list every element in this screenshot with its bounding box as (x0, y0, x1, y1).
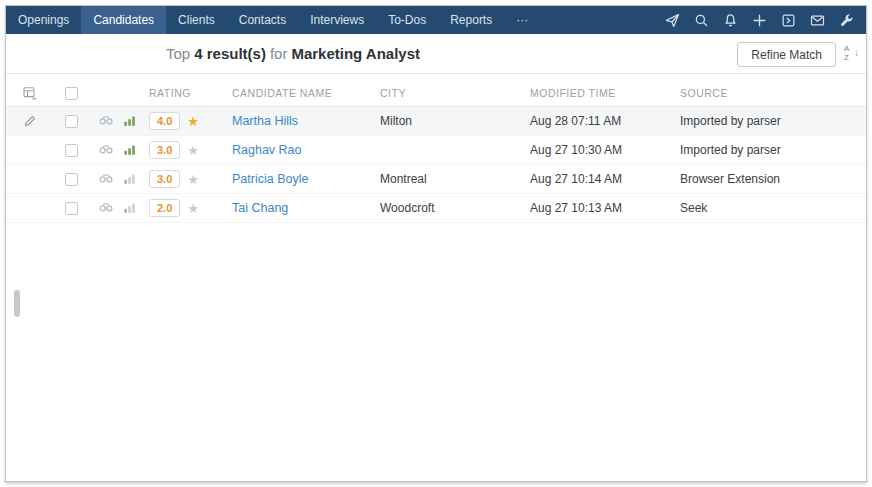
column-header-candidate-name[interactable]: CANDIDATE NAME (232, 87, 380, 99)
select-all-checkbox[interactable] (65, 87, 78, 100)
edit-pencil-icon[interactable] (23, 114, 37, 128)
nav-item-openings[interactable]: Openings (6, 6, 81, 34)
candidate-modified-time: Aug 27 10:30 AM (530, 143, 680, 157)
candidate-source: Imported by parser (680, 143, 866, 157)
candidate-city: Woodcroft (380, 201, 530, 215)
table-select-icon[interactable] (22, 85, 38, 101)
table-header-row: RATING CANDIDATE NAME CITY MODIFIED TIME… (6, 80, 866, 107)
table-row[interactable]: 3.0 Patricia Boyle Montreal Aug 27 10:14… (6, 165, 866, 194)
sort-letter-z: Z (844, 53, 849, 62)
rating-badge: 4.0 (149, 112, 180, 130)
signal-bars-icon[interactable] (123, 143, 137, 157)
app-window: Openings Candidates Clients Contacts Int… (5, 5, 867, 482)
row-checkbox[interactable] (65, 115, 78, 128)
search-icon[interactable] (694, 13, 709, 28)
candidate-modified-time: Aug 28 07:11 AM (530, 114, 680, 128)
column-header-city[interactable]: CITY (380, 87, 530, 99)
top-navigation: Openings Candidates Clients Contacts Int… (6, 6, 866, 34)
mail-icon[interactable] (810, 13, 825, 28)
nav-item-todos[interactable]: To-Dos (376, 6, 438, 34)
candidate-city: Milton (380, 114, 530, 128)
nav-item-interviews[interactable]: Interviews (298, 6, 376, 34)
send-icon[interactable] (665, 13, 680, 28)
candidate-modified-time: Aug 27 10:14 AM (530, 172, 680, 186)
star-icon[interactable] (187, 172, 199, 187)
bell-icon[interactable] (723, 13, 738, 28)
row-checkbox[interactable] (65, 144, 78, 157)
result-count: 4 result(s) (194, 45, 266, 62)
table-row[interactable]: 4.0 Martha Hills Milton Aug 28 07:11 AM … (6, 107, 866, 136)
results-header: Top4 result(s)forMarketing Analyst Refin… (6, 34, 866, 74)
star-icon[interactable] (187, 143, 199, 158)
column-header-modified-time[interactable]: MODIFIED TIME (530, 87, 680, 99)
candidate-source: Imported by parser (680, 114, 866, 128)
signal-bars-icon[interactable] (123, 201, 137, 215)
row-checkbox[interactable] (65, 173, 78, 186)
rating-badge: 3.0 (149, 170, 180, 188)
nav-item-more[interactable]: ··· (504, 6, 540, 34)
candidate-modified-time: Aug 27 10:13 AM (530, 201, 680, 215)
panel-icon[interactable] (781, 13, 796, 28)
title-prefix: Top (166, 45, 190, 62)
candidates-table: RATING CANDIDATE NAME CITY MODIFIED TIME… (6, 74, 866, 223)
nav-item-candidates[interactable]: Candidates (81, 6, 166, 34)
job-title: Marketing Analyst (291, 45, 420, 62)
candidate-name-link[interactable]: Raghav Rao (232, 143, 302, 157)
rating-badge: 2.0 (149, 199, 180, 217)
table-row[interactable]: 2.0 Tai Chang Woodcroft Aug 27 10:13 AM … (6, 194, 866, 223)
binoculars-icon[interactable] (98, 171, 114, 187)
signal-bars-icon[interactable] (123, 114, 137, 128)
page-title: Top4 result(s)forMarketing Analyst (166, 45, 424, 62)
candidate-name-link[interactable]: Martha Hills (232, 114, 298, 128)
candidate-source: Seek (680, 201, 866, 215)
binoculars-icon[interactable] (98, 142, 114, 158)
title-connector: for (270, 45, 288, 62)
nav-item-clients[interactable]: Clients (166, 6, 227, 34)
candidate-name-link[interactable]: Patricia Boyle (232, 172, 308, 186)
row-checkbox[interactable] (65, 202, 78, 215)
star-icon[interactable] (187, 201, 199, 216)
star-icon[interactable] (187, 114, 199, 129)
refine-match-button[interactable]: Refine Match (737, 42, 836, 67)
sort-letter-a: A (844, 44, 849, 53)
binoculars-icon[interactable] (98, 113, 114, 129)
column-header-rating[interactable]: RATING (146, 87, 232, 99)
signal-bars-icon[interactable] (123, 172, 137, 186)
left-scrollbar-handle[interactable] (14, 290, 20, 317)
candidate-source: Browser Extension (680, 172, 866, 186)
nav-item-contacts[interactable]: Contacts (227, 6, 298, 34)
add-icon[interactable] (752, 13, 767, 28)
column-header-source[interactable]: SOURCE (680, 87, 866, 99)
rating-badge: 3.0 (149, 141, 180, 159)
binoculars-icon[interactable] (98, 200, 114, 216)
candidate-city: Montreal (380, 172, 530, 186)
candidate-name-link[interactable]: Tai Chang (232, 201, 288, 215)
nav-item-reports[interactable]: Reports (438, 6, 504, 34)
nav-icon-group (665, 6, 866, 34)
table-row[interactable]: 3.0 Raghav Rao Aug 27 10:30 AM Imported … (6, 136, 866, 165)
setup-wrench-icon[interactable] (839, 13, 854, 28)
sort-az-icon[interactable]: A Z (842, 44, 860, 66)
